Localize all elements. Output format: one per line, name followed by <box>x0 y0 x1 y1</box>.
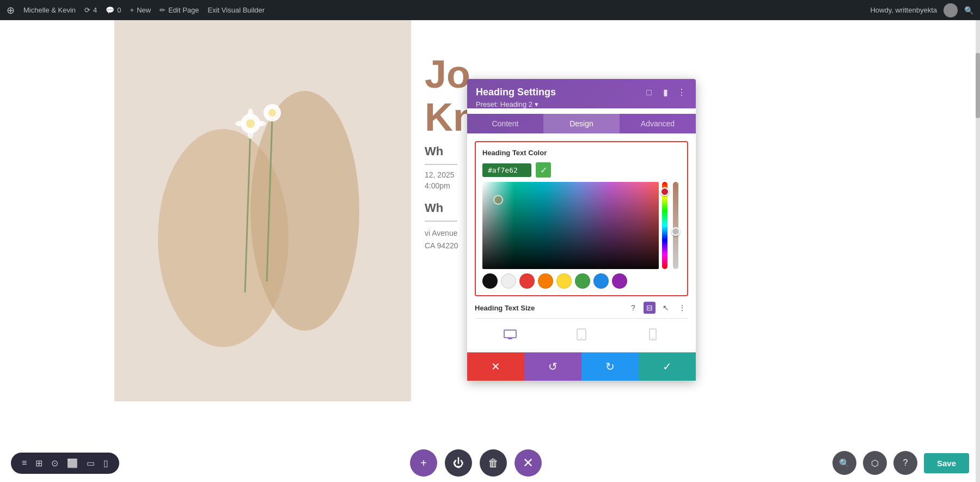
color-hex-row: ✓ <box>482 162 681 178</box>
exit-builder-button[interactable]: Exit Visual Builder <box>208 6 265 14</box>
svg-point-11 <box>235 121 246 126</box>
more-options-icon[interactable]: ⋮ <box>676 87 687 98</box>
pencil-icon: ✏ <box>160 6 166 14</box>
swatch-yellow[interactable] <box>556 273 572 289</box>
hex-confirm-button[interactable]: ✓ <box>536 162 551 178</box>
swatch-red[interactable] <box>519 273 535 289</box>
divider-2 <box>425 221 457 222</box>
divider-1 <box>425 164 457 165</box>
close-button[interactable]: ✕ <box>514 449 542 477</box>
hands-svg <box>114 20 411 401</box>
edit-page-button[interactable]: ✏ Edit Page <box>160 6 199 14</box>
alpha-slider[interactable] <box>673 182 679 269</box>
swatch-orange[interactable] <box>538 273 553 289</box>
swatch-white[interactable] <box>501 273 516 289</box>
text-size-label: Heading Text Size <box>475 304 623 312</box>
swatch-blue[interactable] <box>593 273 609 289</box>
desktop-view-icon[interactable]: ⬜ <box>67 458 78 468</box>
revisions-symbol: ⟳ <box>84 6 90 14</box>
howdy-label: Howdy, writtenbyekta <box>870 6 937 14</box>
swatch-green[interactable] <box>575 273 590 289</box>
link-icon[interactable]: ⊟ <box>644 302 656 314</box>
edit-page-label: Edit Page <box>168 6 199 14</box>
hex-input[interactable] <box>482 163 531 177</box>
toolbar-center: + ⏻ 🗑 ✕ <box>410 449 542 477</box>
desktop-icon <box>504 330 517 339</box>
scrollbar[interactable] <box>976 20 980 482</box>
more-icon[interactable]: ⋮ <box>676 302 688 314</box>
help-icon[interactable]: ? <box>627 302 639 314</box>
tablet-view-icon[interactable]: ▭ <box>87 458 95 468</box>
color-section: Heading Text Color ✓ <box>475 141 688 296</box>
mobile-device-button[interactable] <box>617 324 688 345</box>
toolbar-left: ≡ ⊞ ⊙ ⬜ ▭ ▯ <box>11 453 119 474</box>
page-content: Jo Kn Wh 12, 2025 4:00pm Wh vi Avenue CA… <box>0 20 980 482</box>
menu-icon[interactable]: ≡ <box>22 458 27 468</box>
panel-tabs: Content Design Advanced <box>467 114 696 133</box>
layers-icon[interactable]: ⬡ <box>863 451 887 475</box>
columns-icon[interactable]: ▮ <box>660 87 671 98</box>
comment-symbol: 💬 <box>106 6 114 14</box>
comments-count: 0 <box>117 6 121 14</box>
help-right-icon[interactable]: ? <box>893 451 917 475</box>
text-size-row: Heading Text Size ? ⊟ ↖ ⋮ <box>475 302 688 314</box>
action-buttons: ✕ ↺ ↻ ✓ <box>467 352 696 381</box>
heading-settings-panel: Heading Settings □ ▮ ⋮ Preset: Heading 2… <box>467 79 696 381</box>
svg-point-9 <box>248 108 253 119</box>
tablet-icon <box>577 328 586 340</box>
swatch-purple[interactable] <box>612 273 627 289</box>
cancel-button[interactable]: ✕ <box>467 352 524 381</box>
tab-content[interactable]: Content <box>467 114 543 133</box>
svg-point-7 <box>246 119 255 128</box>
comments-icon[interactable]: 💬 0 <box>106 6 121 14</box>
svg-point-17 <box>581 338 582 339</box>
panel-header: Heading Settings □ ▮ ⋮ Preset: Heading 2… <box>467 79 696 108</box>
color-swatches <box>482 273 681 289</box>
new-label: New <box>137 6 151 14</box>
admin-search-icon[interactable]: 🔍 <box>964 6 973 15</box>
tablet-device-button[interactable] <box>546 324 617 345</box>
gradient-picker-handle[interactable] <box>493 195 503 205</box>
panel-icons: □ ▮ ⋮ <box>644 87 687 98</box>
delete-button[interactable]: 🗑 <box>480 449 507 477</box>
confirm-button[interactable]: ✓ <box>639 352 696 381</box>
revisions-count: 4 <box>93 6 97 14</box>
cursor-icon[interactable]: ↖ <box>660 302 672 314</box>
color-label: Heading Text Color <box>482 149 681 157</box>
site-name[interactable]: Michelle & Kevin <box>23 6 76 14</box>
swatch-black[interactable] <box>482 273 498 289</box>
search-right-icon[interactable]: 🔍 <box>832 451 856 475</box>
panel-preset[interactable]: Preset: Heading 2 ▾ <box>476 100 687 108</box>
mobile-icon <box>649 328 657 340</box>
toolbar-right: 🔍 ⬡ ? Save <box>832 451 969 475</box>
add-element-button[interactable]: + <box>410 449 437 477</box>
plus-icon: + <box>130 6 134 14</box>
svg-point-10 <box>248 128 253 139</box>
wp-logo-icon[interactable]: ⊕ <box>7 4 15 16</box>
color-gradient-canvas[interactable] <box>482 182 659 269</box>
svg-point-12 <box>255 121 266 126</box>
save-button[interactable]: Save <box>924 453 969 473</box>
device-row <box>475 318 688 345</box>
desktop-device-button[interactable] <box>475 324 546 345</box>
hands-image <box>114 20 411 401</box>
admin-bar: ⊕ Michelle & Kevin ⟳ 4 💬 0 + New ✏ Edit … <box>0 0 980 20</box>
main-area: Jo Kn Wh 12, 2025 4:00pm Wh vi Avenue CA… <box>0 20 980 482</box>
svg-point-2 <box>250 91 359 331</box>
new-button[interactable]: + New <box>130 6 151 14</box>
power-button[interactable]: ⏻ <box>445 449 472 477</box>
hue-slider[interactable] <box>662 182 669 269</box>
mobile-view-icon[interactable]: ▯ <box>103 458 108 468</box>
tab-design[interactable]: Design <box>543 114 620 133</box>
alpha-handle[interactable] <box>671 227 680 236</box>
hue-handle[interactable] <box>660 187 669 196</box>
grid-icon[interactable]: ⊞ <box>35 458 42 468</box>
redo-button[interactable]: ↻ <box>581 352 639 381</box>
undo-button[interactable]: ↺ <box>524 352 581 381</box>
user-avatar[interactable] <box>944 3 958 17</box>
maximize-icon[interactable]: □ <box>644 87 654 98</box>
revisions-icon[interactable]: ⟳ 4 <box>84 6 97 14</box>
search-toolbar-icon[interactable]: ⊙ <box>51 458 58 468</box>
tab-advanced[interactable]: Advanced <box>620 114 696 133</box>
scrollbar-thumb[interactable] <box>976 53 980 118</box>
